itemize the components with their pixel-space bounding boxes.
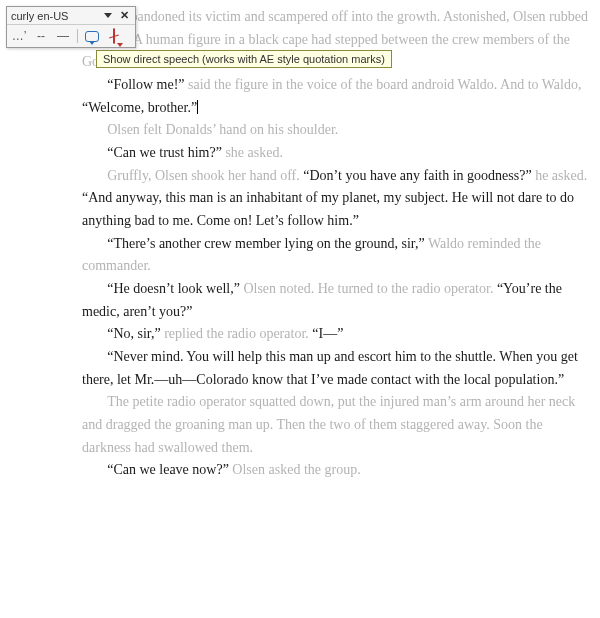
direct-speech: “I—” bbox=[312, 326, 343, 341]
close-icon[interactable]: ✕ bbox=[118, 9, 131, 22]
quotation-toolbar: curly en-US ✕ …’ -- — bbox=[6, 6, 136, 48]
narration: Olsen asked the group. bbox=[232, 462, 360, 477]
narration: Olsen felt Donalds’ hand on his shoulder… bbox=[107, 122, 338, 137]
dropdown-icon[interactable] bbox=[104, 13, 112, 18]
narration: Olsen noted. He turned to the radio oper… bbox=[243, 281, 496, 296]
direct-speech: “Can we leave now?” bbox=[107, 462, 229, 477]
separator bbox=[77, 29, 78, 43]
toolbar-buttons: …’ -- — bbox=[7, 25, 135, 47]
direct-speech: “Can we trust him?” bbox=[107, 145, 222, 160]
hide-direct-speech-button[interactable] bbox=[106, 28, 122, 44]
document-text[interactable]: reature abandoned its victim and scamper… bbox=[0, 0, 600, 492]
show-direct-speech-button[interactable] bbox=[84, 28, 100, 44]
direct-speech: “There’s another crew member lying on th… bbox=[107, 236, 424, 251]
direct-speech: “Welcome, brother.” bbox=[82, 100, 197, 115]
narration: she asked. bbox=[225, 145, 283, 160]
direct-speech: “No, sir,” bbox=[107, 326, 160, 341]
speech-bubble-off-icon bbox=[113, 28, 115, 44]
direct-speech: “And anyway, this man is an inhabitant o… bbox=[82, 190, 574, 228]
narration: replied the radio operator. bbox=[164, 326, 312, 341]
double-dash-button[interactable]: -- bbox=[33, 28, 49, 44]
narration: The petite radio operator squatted down,… bbox=[82, 394, 575, 454]
tooltip: Show direct speech (works with AE style … bbox=[96, 50, 392, 68]
direct-speech: “Follow me!” bbox=[107, 77, 184, 92]
narration: Gruffly, Olsen shook her hand off. bbox=[107, 168, 303, 183]
toolbar-titlebar[interactable]: curly en-US ✕ bbox=[7, 7, 135, 25]
text-cursor bbox=[197, 100, 198, 114]
direct-speech: “Don’t you have any faith in goodness?” bbox=[303, 168, 531, 183]
toolbar-title-label: curly en-US bbox=[11, 10, 102, 22]
direct-speech: “Never mind. You will help this man up a… bbox=[82, 349, 578, 387]
direct-speech: “He doesn’t look well,” bbox=[107, 281, 240, 296]
narration: said the figure in the voice of the boar… bbox=[188, 77, 581, 92]
speech-bubble-icon bbox=[85, 31, 99, 42]
em-dash-button[interactable]: — bbox=[55, 28, 71, 44]
narration: he asked. bbox=[535, 168, 587, 183]
curly-quote-button[interactable]: …’ bbox=[11, 28, 27, 44]
